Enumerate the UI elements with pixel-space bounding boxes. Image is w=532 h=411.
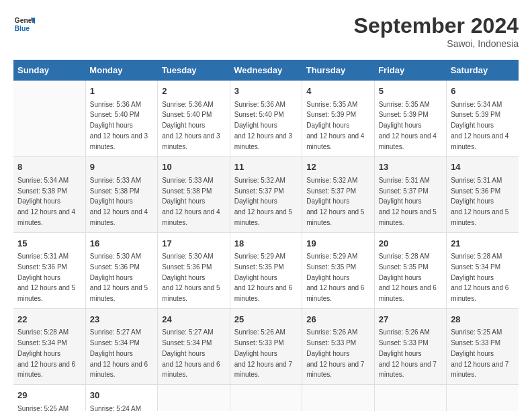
day-number: 23 — [90, 313, 153, 326]
location: Sawoi, Indonesia — [354, 38, 519, 49]
day-number: 28 — [451, 313, 515, 326]
calendar-week-0: 1Sunrise: 5:36 AMSunset: 5:40 PMDaylight… — [13, 81, 519, 156]
day-number: 20 — [379, 237, 442, 250]
svg-text:Blue: Blue — [15, 25, 30, 32]
calendar-cell — [302, 385, 374, 412]
calendar-cell: 13Sunrise: 5:31 AMSunset: 5:37 PMDayligh… — [374, 156, 446, 232]
cell-content: Sunrise: 5:26 AMSunset: 5:33 PMDaylight … — [306, 328, 364, 378]
day-number: 1 — [90, 85, 153, 98]
calendar-cell: 29Sunrise: 5:25 AMSunset: 5:32 PMDayligh… — [13, 385, 85, 412]
calendar-cell: 6Sunrise: 5:34 AMSunset: 5:39 PMDaylight… — [447, 81, 519, 156]
header-friday: Friday — [374, 60, 446, 81]
cell-content: Sunrise: 5:31 AMSunset: 5:36 PMDaylight … — [451, 177, 508, 226]
calendar-cell: 24Sunrise: 5:27 AMSunset: 5:34 PMDayligh… — [158, 308, 230, 384]
calendar-cell: 20Sunrise: 5:28 AMSunset: 5:35 PMDayligh… — [374, 232, 446, 308]
day-number: 18 — [234, 237, 298, 250]
cell-content: Sunrise: 5:34 AMSunset: 5:38 PMDaylight … — [17, 177, 75, 226]
title-section: September 2024 Sawoi, Indonesia — [354, 13, 519, 49]
cell-content: Sunrise: 5:32 AMSunset: 5:37 PMDaylight … — [234, 177, 292, 226]
cell-content: Sunrise: 5:34 AMSunset: 5:39 PMDaylight … — [451, 101, 508, 150]
day-number: 15 — [17, 237, 81, 250]
day-number: 14 — [451, 161, 515, 174]
cell-content: Sunrise: 5:26 AMSunset: 5:33 PMDaylight … — [234, 328, 292, 378]
calendar-cell: 10Sunrise: 5:33 AMSunset: 5:38 PMDayligh… — [158, 156, 230, 232]
cell-content: Sunrise: 5:28 AMSunset: 5:34 PMDaylight … — [451, 253, 508, 302]
header-saturday: Saturday — [447, 60, 519, 81]
calendar-cell: 21Sunrise: 5:28 AMSunset: 5:34 PMDayligh… — [447, 232, 519, 308]
cell-content: Sunrise: 5:36 AMSunset: 5:40 PMDaylight … — [162, 101, 220, 150]
calendar-cell — [158, 385, 230, 412]
cell-content: Sunrise: 5:25 AMSunset: 5:32 PMDaylight … — [17, 405, 75, 412]
calendar-cell — [230, 385, 302, 412]
day-number: 25 — [234, 313, 298, 326]
calendar-cell: 14Sunrise: 5:31 AMSunset: 5:36 PMDayligh… — [447, 156, 519, 232]
calendar-week-4: 29Sunrise: 5:25 AMSunset: 5:32 PMDayligh… — [13, 385, 519, 412]
calendar-cell: 4Sunrise: 5:35 AMSunset: 5:39 PMDaylight… — [302, 81, 374, 156]
calendar-cell: 27Sunrise: 5:26 AMSunset: 5:33 PMDayligh… — [374, 308, 446, 384]
cell-content: Sunrise: 5:30 AMSunset: 5:36 PMDaylight … — [90, 253, 148, 302]
calendar-cell — [374, 385, 446, 412]
logo: General Blue — [13, 13, 35, 35]
calendar-cell: 22Sunrise: 5:28 AMSunset: 5:34 PMDayligh… — [13, 308, 85, 384]
calendar-cell: 8Sunrise: 5:34 AMSunset: 5:38 PMDaylight… — [13, 156, 85, 232]
day-number: 27 — [379, 313, 442, 326]
calendar-cell: 5Sunrise: 5:35 AMSunset: 5:39 PMDaylight… — [374, 81, 446, 156]
calendar-week-3: 22Sunrise: 5:28 AMSunset: 5:34 PMDayligh… — [13, 308, 519, 384]
cell-content: Sunrise: 5:28 AMSunset: 5:34 PMDaylight … — [17, 328, 75, 378]
day-number: 9 — [90, 161, 153, 174]
cell-content: Sunrise: 5:33 AMSunset: 5:38 PMDaylight … — [90, 177, 148, 226]
calendar-cell: 17Sunrise: 5:30 AMSunset: 5:36 PMDayligh… — [158, 232, 230, 308]
cell-content: Sunrise: 5:35 AMSunset: 5:39 PMDaylight … — [306, 101, 364, 150]
header-thursday: Thursday — [302, 60, 374, 81]
cell-content: Sunrise: 5:28 AMSunset: 5:35 PMDaylight … — [379, 253, 437, 302]
calendar-cell: 9Sunrise: 5:33 AMSunset: 5:38 PMDaylight… — [85, 156, 157, 232]
cell-content: Sunrise: 5:33 AMSunset: 5:38 PMDaylight … — [162, 177, 220, 226]
day-number: 8 — [17, 161, 81, 174]
cell-content: Sunrise: 5:31 AMSunset: 5:36 PMDaylight … — [17, 253, 75, 302]
calendar-table: Sunday Monday Tuesday Wednesday Thursday… — [13, 60, 519, 411]
header-monday: Monday — [85, 60, 157, 81]
day-number: 11 — [234, 161, 298, 174]
day-number: 19 — [306, 237, 369, 250]
day-number: 5 — [379, 85, 442, 98]
calendar-cell: 15Sunrise: 5:31 AMSunset: 5:36 PMDayligh… — [13, 232, 85, 308]
day-number: 10 — [162, 161, 225, 174]
header-tuesday: Tuesday — [158, 60, 230, 81]
cell-content: Sunrise: 5:27 AMSunset: 5:34 PMDaylight … — [90, 328, 148, 378]
day-number: 26 — [306, 313, 369, 326]
calendar-cell: 30Sunrise: 5:24 AMSunset: 5:32 PMDayligh… — [85, 385, 157, 412]
calendar-cell: 28Sunrise: 5:25 AMSunset: 5:33 PMDayligh… — [447, 308, 519, 384]
day-number: 21 — [451, 237, 515, 250]
day-number: 12 — [306, 161, 369, 174]
header-wednesday: Wednesday — [230, 60, 302, 81]
calendar-cell: 23Sunrise: 5:27 AMSunset: 5:34 PMDayligh… — [85, 308, 157, 384]
cell-content: Sunrise: 5:32 AMSunset: 5:37 PMDaylight … — [306, 177, 364, 226]
calendar-week-1: 8Sunrise: 5:34 AMSunset: 5:38 PMDaylight… — [13, 156, 519, 232]
calendar-cell: 16Sunrise: 5:30 AMSunset: 5:36 PMDayligh… — [85, 232, 157, 308]
cell-content: Sunrise: 5:35 AMSunset: 5:39 PMDaylight … — [379, 101, 437, 150]
calendar-week-2: 15Sunrise: 5:31 AMSunset: 5:36 PMDayligh… — [13, 232, 519, 308]
day-number: 24 — [162, 313, 225, 326]
day-number: 22 — [17, 313, 81, 326]
page-header: General Blue September 2024 Sawoi, Indon… — [13, 13, 519, 49]
day-number: 17 — [162, 237, 225, 250]
cell-content: Sunrise: 5:31 AMSunset: 5:37 PMDaylight … — [379, 177, 437, 226]
day-number: 13 — [379, 161, 442, 174]
day-number: 16 — [90, 237, 153, 250]
cell-content: Sunrise: 5:36 AMSunset: 5:40 PMDaylight … — [234, 101, 292, 150]
cell-content: Sunrise: 5:25 AMSunset: 5:33 PMDaylight … — [451, 328, 508, 378]
cell-content: Sunrise: 5:27 AMSunset: 5:34 PMDaylight … — [162, 328, 220, 378]
days-header-row: Sunday Monday Tuesday Wednesday Thursday… — [13, 60, 519, 81]
cell-content: Sunrise: 5:29 AMSunset: 5:35 PMDaylight … — [234, 253, 292, 302]
calendar-cell: 19Sunrise: 5:29 AMSunset: 5:35 PMDayligh… — [302, 232, 374, 308]
day-number: 3 — [234, 85, 298, 98]
cell-content: Sunrise: 5:30 AMSunset: 5:36 PMDaylight … — [162, 253, 220, 302]
calendar-cell: 18Sunrise: 5:29 AMSunset: 5:35 PMDayligh… — [230, 232, 302, 308]
day-number: 2 — [162, 85, 225, 98]
day-number: 29 — [17, 389, 81, 402]
calendar-cell — [447, 385, 519, 412]
calendar-cell: 1Sunrise: 5:36 AMSunset: 5:40 PMDaylight… — [85, 81, 157, 156]
day-number: 4 — [306, 85, 369, 98]
calendar-cell: 11Sunrise: 5:32 AMSunset: 5:37 PMDayligh… — [230, 156, 302, 232]
cell-content: Sunrise: 5:36 AMSunset: 5:40 PMDaylight … — [90, 101, 148, 150]
